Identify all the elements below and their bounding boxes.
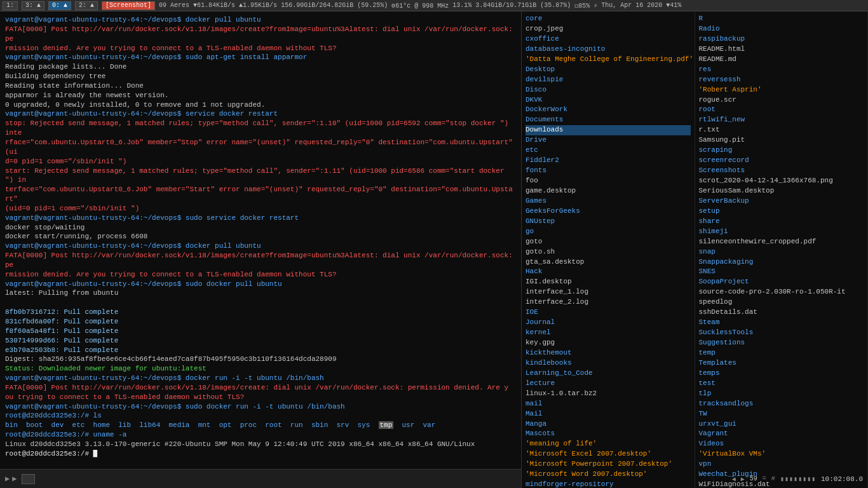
file-item[interactable]: Screenshots <box>699 166 864 176</box>
file-item[interactable]: SeriousSam.desktop <box>699 186 864 196</box>
file-item[interactable]: Fiddler2 <box>526 156 691 166</box>
file-item[interactable]: vpn <box>699 459 864 470</box>
file-item[interactable]: GNUstep <box>526 217 691 227</box>
file-item[interactable]: lecture <box>526 379 691 389</box>
file-item[interactable]: gta_sa.desktop <box>526 257 691 268</box>
file-item[interactable]: reversessh <box>699 75 864 85</box>
file-item[interactable]: screenrecord <box>699 156 864 166</box>
file-item-templates[interactable]: Templates <box>699 358 864 369</box>
workspace-2[interactable]: 2: ▲ <box>75 1 98 10</box>
file-item[interactable]: 'Microsoft Powerpoint 2007.desktop' <box>526 459 691 470</box>
file-item[interactable]: TW <box>699 409 864 419</box>
file-item[interactable]: interface_1.log <box>526 287 691 297</box>
file-item[interactable]: 'VirtualBox VMs' <box>699 449 864 459</box>
file-item[interactable]: foo <box>526 176 691 186</box>
file-item[interactable]: go <box>526 227 691 237</box>
file-col-2[interactable]: R Radio raspibackup README.html README.m… <box>695 11 869 488</box>
file-item[interactable]: scrot_2020-04-12-14_1366x768.png <box>699 176 864 186</box>
file-item[interactable]: 'Microsoft Word 2007.desktop' <box>526 470 691 480</box>
file-item[interactable]: 'Microsoft Excel 2007.desktop' <box>526 449 691 459</box>
workspace-1[interactable]: 1: <box>3 1 18 10</box>
file-item[interactable]: Learning_to_Code <box>526 369 691 379</box>
file-item[interactable]: crop.jpeg <box>526 24 691 34</box>
file-item[interactable]: README.html <box>699 44 864 55</box>
file-item[interactable]: Journal <box>526 318 691 328</box>
file-item-steam[interactable]: Steam <box>699 318 864 328</box>
file-item[interactable]: GeeksForGeeks <box>526 207 691 217</box>
file-item[interactable]: interface_2.log <box>526 297 691 308</box>
file-item[interactable]: raspibackup <box>699 34 864 44</box>
file-item[interactable]: 'Robert Asprin' <box>699 85 864 95</box>
file-item[interactable]: tlp <box>699 389 864 399</box>
file-item[interactable]: SoopaProject <box>699 277 864 287</box>
file-item[interactable]: key.gpg <box>526 338 691 348</box>
file-item[interactable]: Hack <box>526 267 691 277</box>
file-item[interactable]: share <box>699 217 864 227</box>
file-item[interactable]: game.desktop <box>526 186 691 196</box>
file-item[interactable]: kernel <box>526 328 691 338</box>
file-item[interactable]: Samsung.pit <box>699 135 864 146</box>
file-item[interactable]: shimeji <box>699 227 864 237</box>
file-item[interactable]: cxoffice <box>526 34 691 44</box>
file-item[interactable]: databases-incognito <box>526 44 691 55</box>
file-item[interactable]: temps <box>699 369 864 379</box>
file-item[interactable]: temp <box>699 348 864 358</box>
file-item[interactable]: goto.sh <box>526 247 691 257</box>
file-item[interactable]: urxvt_gui <box>699 419 864 430</box>
file-item[interactable]: root <box>699 105 864 115</box>
file-item[interactable]: linux-1.0.tar.bz2 <box>526 389 691 399</box>
file-item[interactable]: rtlwifi_new <box>699 115 864 125</box>
file-item[interactable]: ServerBackup <box>699 196 864 207</box>
file-item[interactable]: goto <box>526 237 691 247</box>
file-item[interactable]: rogue.scr <box>699 95 864 105</box>
file-item[interactable]: SNES <box>699 267 864 277</box>
file-item[interactable]: mail <box>526 399 691 409</box>
file-item[interactable]: IGI.desktop <box>526 277 691 287</box>
file-item[interactable]: Vagrant <box>699 429 864 439</box>
file-item[interactable]: Documents <box>526 115 691 125</box>
terminal-panel[interactable]: vagrant@vagrant-ubuntu-trusty-64:~/devop… <box>0 11 521 469</box>
file-item-downloads[interactable]: Downloads <box>526 125 691 135</box>
file-item[interactable]: mindforger-repository <box>526 480 691 488</box>
file-item[interactable]: scraping <box>699 146 864 156</box>
workspace-3[interactable]: 3: ▲ <box>22 1 44 10</box>
bottom-input-field[interactable] <box>22 474 35 484</box>
file-item[interactable]: Desktop <box>526 65 691 75</box>
file-item[interactable]: 'Datta Meghe College of Engineering.pdf' <box>526 55 691 65</box>
file-item[interactable]: Radio <box>699 24 864 34</box>
file-item[interactable]: res <box>699 65 864 75</box>
file-item[interactable]: source-code-pro-2.030R-ro-1.050R-it <box>699 287 864 297</box>
file-item[interactable]: Games <box>526 196 691 207</box>
file-item[interactable]: setup <box>699 207 864 217</box>
file-item[interactable]: SucklessTools <box>699 328 864 338</box>
file-item[interactable]: Suggestions <box>699 338 864 348</box>
file-item[interactable]: IOE <box>526 308 691 318</box>
file-item[interactable]: kindlebooks <box>526 358 691 369</box>
file-item[interactable]: Snappackaging <box>699 257 864 268</box>
file-item[interactable]: test <box>699 379 864 389</box>
file-item[interactable]: core <box>526 14 691 24</box>
file-item[interactable]: sshDetails.dat <box>699 308 864 318</box>
file-item[interactable]: snap <box>699 247 864 257</box>
workspace-0[interactable]: 0: ▲ <box>48 1 71 10</box>
file-item[interactable]: tracksandlogs <box>699 399 864 409</box>
file-item[interactable]: devilspie <box>526 75 691 85</box>
file-item[interactable]: Videos <box>699 439 864 449</box>
file-item[interactable]: speedlog <box>699 297 864 308</box>
file-item[interactable]: 'meaning of life' <box>526 439 691 449</box>
file-item[interactable]: Disco <box>526 85 691 95</box>
file-item[interactable]: silenceonthewire_cropped.pdf <box>699 237 864 247</box>
file-col-1[interactable]: core crop.jpeg cxoffice databases-incogn… <box>522 11 695 488</box>
file-item[interactable]: kickthemout <box>526 348 691 358</box>
file-item[interactable]: Drive <box>526 135 691 146</box>
file-item[interactable]: README.md <box>699 55 864 65</box>
file-item[interactable]: R <box>699 14 864 24</box>
file-item[interactable]: fonts <box>526 166 691 176</box>
file-item[interactable]: r.txt <box>699 125 864 135</box>
file-item[interactable]: DKVK <box>526 95 691 105</box>
file-item[interactable]: Manga <box>526 419 691 430</box>
file-item[interactable]: Mascots <box>526 429 691 439</box>
bottom-input[interactable] <box>22 474 35 484</box>
file-item[interactable]: Mail <box>526 409 691 419</box>
file-item[interactable]: etc <box>526 146 691 156</box>
